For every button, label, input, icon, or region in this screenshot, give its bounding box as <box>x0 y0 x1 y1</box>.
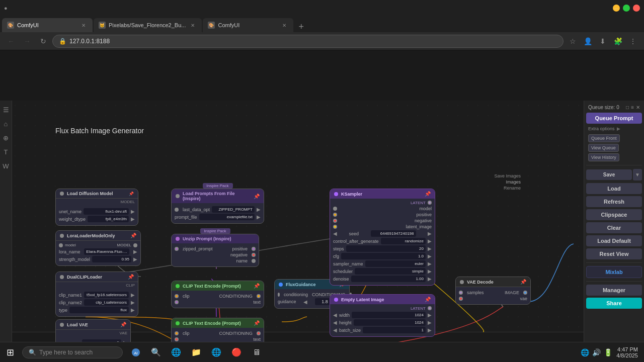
lora-arrow[interactable]: ▶ <box>133 249 137 254</box>
port-conditioning-out[interactable] <box>257 294 261 298</box>
port-text-in[interactable] <box>175 300 179 304</box>
sidebar-w-icon[interactable]: W <box>1 161 11 171</box>
node-ksampler[interactable]: KSampler 📌 LATENT model positive <box>330 189 435 286</box>
port-in[interactable] <box>175 208 179 212</box>
node-vae-decode[interactable]: VAE Decode 📌 samples IMAGE vae <box>455 277 531 305</box>
width-left[interactable]: ◀ <box>333 312 337 318</box>
weight-arrow[interactable]: ▶ <box>131 216 135 222</box>
type-arrow[interactable]: ▶ <box>131 307 135 313</box>
mixlab-btn[interactable]: Mixlab <box>586 266 642 278</box>
view-history-btn[interactable]: View History <box>588 153 619 161</box>
sidebar-home-icon[interactable]: ⌂ <box>1 119 11 129</box>
port-flux-cond[interactable] <box>278 293 280 297</box>
tab-comfyui-1[interactable]: 🎨 ComfyUI ✕ <box>2 18 93 32</box>
prompt-arrow[interactable]: ▶ <box>257 214 261 220</box>
queue-icon-1[interactable]: □ <box>626 105 629 110</box>
clipspace-btn[interactable]: Clipspace <box>586 209 642 220</box>
queue-front-btn[interactable]: Queue Front <box>588 134 620 142</box>
reset-view-btn[interactable]: Reset View <box>586 248 642 259</box>
node-load-prompts[interactable]: Inspire Pack Load Prompts From File (Ins… <box>171 189 264 224</box>
weight-value[interactable]: fp8_e4m3fn <box>88 216 129 222</box>
node-pin[interactable]: 📌 <box>130 233 136 238</box>
tab-close-2[interactable]: ✕ <box>189 21 197 29</box>
node-pin[interactable]: 📌 <box>120 322 126 327</box>
forward-btn[interactable]: → <box>20 34 34 48</box>
canvas-area[interactable]: Flux Batch Image Generator <box>0 101 584 362</box>
taskbar-app-red[interactable]: 🔴 <box>227 343 246 361</box>
node-lora-loader[interactable]: LoraLoaderModelOnly 📌 model MODEL lora_n… <box>55 230 141 266</box>
width-right[interactable]: ▶ <box>428 312 432 318</box>
sampler-value[interactable]: euler <box>365 260 426 267</box>
taskbar-search[interactable]: 🔍 Type here to search <box>22 346 123 358</box>
sampler-arrow[interactable]: ▶ <box>428 261 432 266</box>
height-right[interactable]: ▶ <box>428 320 432 325</box>
start-btn[interactable]: ⊞ <box>0 342 20 363</box>
extra-options-arrow[interactable]: ▶ <box>617 126 620 131</box>
clock-area[interactable]: 4:47 PM 4/8/2025 <box>616 346 638 358</box>
node-pin[interactable]: 📌 <box>520 279 526 285</box>
queue-icon-2[interactable]: ≡ <box>631 105 634 110</box>
height-value[interactable]: 1024 <box>354 319 426 326</box>
strength-value[interactable]: 0.95 <box>92 256 131 262</box>
battery-icon[interactable]: 🔋 <box>604 348 612 356</box>
node-unzip-prompt[interactable]: Inspire Pack Unzip Prompt (Inspire) zipp… <box>171 234 259 267</box>
node-clip-encode-2[interactable]: CLIP Text Encode (Prompt) 📌 clip CONDITI… <box>171 318 264 345</box>
port-model-in[interactable] <box>59 243 63 247</box>
queue-prompt-btn[interactable]: Queue Prompt <box>586 113 642 124</box>
lora-name-value[interactable]: Elara-Ravenna-Flux-Lora-V1... <box>84 248 129 255</box>
clear-btn[interactable]: Clear <box>586 222 642 233</box>
port-positive[interactable] <box>252 247 256 251</box>
control-arrow[interactable]: ▶ <box>428 238 432 244</box>
sidebar-node-icon[interactable]: ⊕ <box>1 133 11 143</box>
save-dropdown-btn[interactable]: ▼ <box>633 169 642 180</box>
tab-comfyui-2[interactable]: 🎨 ComfyUI ✕ <box>203 18 293 32</box>
load-btn[interactable]: Load <box>586 183 642 194</box>
taskbar-app-explorer[interactable]: 📁 <box>187 343 205 361</box>
reload-btn[interactable]: ↻ <box>36 34 50 48</box>
clip2-arrow[interactable]: ▶ <box>131 300 135 305</box>
port-model-ksin[interactable] <box>333 207 337 211</box>
sidebar-menu-icon[interactable]: ☰ <box>1 105 11 115</box>
width-value[interactable]: 1024 <box>352 312 426 318</box>
last-data-arrow[interactable]: ▶ <box>257 207 261 212</box>
refresh-btn[interactable]: Refresh <box>586 196 642 207</box>
profile-btn[interactable]: 👤 <box>581 34 595 48</box>
port-image-out[interactable] <box>523 291 527 295</box>
batch-left[interactable]: ◀ <box>333 327 337 333</box>
cfg-arrow[interactable]: ▶ <box>428 253 432 259</box>
port-latent-out[interactable] <box>428 201 432 205</box>
type-value[interactable]: flux <box>69 307 129 313</box>
tab-close-1[interactable]: ✕ <box>79 21 88 29</box>
minimize-btn[interactable]: — <box>613 5 620 12</box>
volume-icon[interactable]: 🔊 <box>592 348 601 356</box>
prompt-file-value[interactable]: examplefile.txt <box>199 214 255 220</box>
node-pin[interactable]: 📌 <box>425 191 431 197</box>
port-vae-decode-in[interactable] <box>459 297 463 301</box>
bookmark-btn[interactable]: ☆ <box>566 34 580 48</box>
port-latent-in[interactable] <box>333 225 337 229</box>
close-btn[interactable] <box>633 5 640 12</box>
cfg-value[interactable]: 1.0 <box>341 253 426 259</box>
port-samples-in[interactable] <box>459 291 463 295</box>
queue-close[interactable]: ✕ <box>636 105 640 110</box>
taskbar-app-search[interactable]: 🔍 <box>147 343 165 361</box>
control-value[interactable]: randomize <box>381 238 426 244</box>
load-default-btn[interactable]: Load Default <box>586 235 642 246</box>
seed-value[interactable]: 644691947240198 <box>371 230 416 237</box>
node-pin[interactable]: 📌 <box>254 283 260 289</box>
node-pin[interactable]: 📌 <box>254 320 260 326</box>
share-btn[interactable]: Share <box>586 298 642 309</box>
scheduler-value[interactable]: simple <box>355 268 426 275</box>
port-text2-in[interactable] <box>175 337 179 341</box>
manager-btn[interactable]: Manager <box>586 285 642 296</box>
address-bar[interactable]: 🔒 127.0.0.1:8188 <box>52 35 564 48</box>
maximize-btn[interactable] <box>623 5 630 12</box>
port-latent2-out[interactable] <box>428 306 432 310</box>
clip1-value[interactable]: t5xxl_fp16.safetensors <box>84 292 129 298</box>
node-pin[interactable]: 📌 <box>254 194 260 199</box>
extensions-btn[interactable]: 🧩 <box>611 34 625 48</box>
denoise-value[interactable]: 1.00 <box>351 276 426 282</box>
tab-pixelabs[interactable]: 🐱 Pixelabs/Save_Florence2_Bu... ✕ <box>94 18 202 32</box>
port-pos-in[interactable] <box>333 213 337 217</box>
port-zipped[interactable] <box>175 247 179 251</box>
